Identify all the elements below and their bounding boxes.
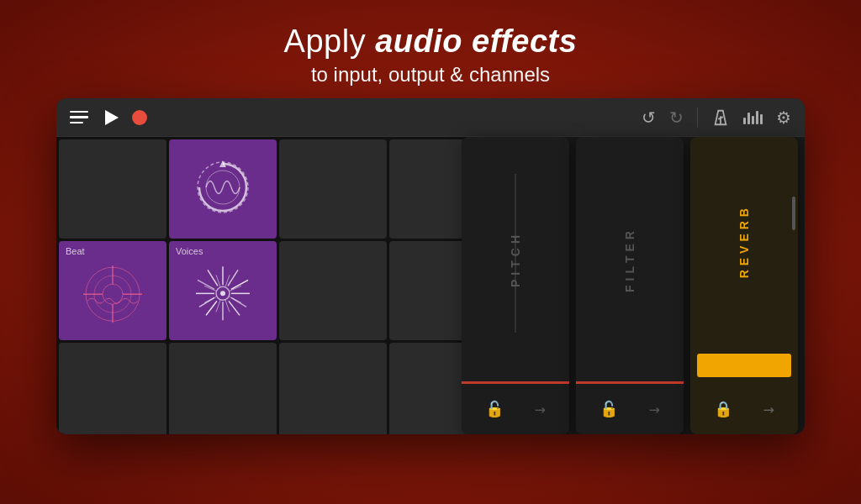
- pad-1[interactable]: [169, 139, 277, 239]
- app-container: ↺ ↻ ⚙: [56, 98, 805, 441]
- filter-label: FILTER: [623, 227, 637, 292]
- pad-grid: Beat: [56, 137, 499, 434]
- reverb-expand-icon[interactable]: ↗: [759, 400, 779, 419]
- pitch-footer: 🔓 ↗: [462, 384, 569, 434]
- pad-9[interactable]: [169, 343, 277, 434]
- header-bold: audio effects: [375, 24, 577, 59]
- voices-waveform-icon: [185, 258, 261, 328]
- filter-expand-icon[interactable]: ↗: [645, 400, 664, 419]
- pad-8[interactable]: [59, 343, 166, 434]
- hamburger-button[interactable]: [70, 111, 88, 124]
- voices-label: Voices: [176, 246, 203, 256]
- reverb-panel-body: REVERB: [690, 137, 798, 354]
- header-prefix: Apply: [284, 24, 376, 59]
- svg-line-30: [204, 297, 216, 302]
- main-window: ↺ ↻ ⚙: [56, 98, 805, 434]
- pad-0[interactable]: [59, 139, 166, 239]
- pitch-panel-body: PITCH: [462, 137, 569, 381]
- pad-6[interactable]: [279, 241, 387, 340]
- svg-point-34: [220, 291, 225, 296]
- hamburger-line3: [70, 122, 83, 124]
- pitch-label: PITCH: [509, 231, 522, 287]
- play-button[interactable]: [105, 110, 119, 125]
- pad-voices[interactable]: Voices: [169, 241, 277, 340]
- filter-lock-icon[interactable]: 🔓: [600, 400, 618, 418]
- filter-panel: FILTER 🔓 ↗: [576, 137, 684, 434]
- waveform-circle-icon: [189, 154, 256, 224]
- svg-line-18: [229, 301, 240, 315]
- pitch-expand-icon[interactable]: ↗: [531, 400, 550, 419]
- svg-line-14: [228, 270, 238, 286]
- effect-panels: PITCH 🔓 ↗ FILTER 🔓 ↗: [462, 98, 805, 434]
- svg-line-15: [231, 280, 248, 289]
- reverb-footer: 🔒 ↗: [690, 384, 798, 434]
- svg-line-24: [208, 270, 218, 286]
- header-section: Apply audio effects to input, output & c…: [0, 0, 861, 98]
- svg-line-27: [230, 297, 241, 302]
- reverb-label: REVERB: [737, 204, 751, 278]
- pad-beat[interactable]: Beat: [59, 241, 166, 340]
- reverb-lock-icon[interactable]: 🔒: [714, 400, 732, 418]
- filter-footer: 🔓 ↗: [576, 384, 684, 434]
- beat-crosshair-icon: [75, 259, 151, 329]
- beat-label: Beat: [66, 246, 85, 256]
- reverb-orange-bar: [697, 354, 791, 377]
- reverb-panel: REVERB 🔒 ↗: [690, 137, 798, 434]
- svg-line-23: [198, 280, 214, 289]
- svg-line-20: [206, 301, 217, 315]
- record-button[interactable]: [132, 110, 147, 125]
- pitch-panel: PITCH 🔓 ↗: [462, 137, 569, 434]
- filter-panel-body: FILTER: [576, 137, 684, 381]
- pad-10[interactable]: [279, 343, 387, 434]
- scroll-indicator: [792, 197, 795, 230]
- header-line2: to input, output & channels: [17, 63, 844, 87]
- pad-2[interactable]: [279, 139, 387, 239]
- pitch-lock-icon[interactable]: 🔓: [485, 400, 504, 418]
- header-line1: Apply audio effects: [17, 24, 844, 60]
- hamburger-line2: [70, 116, 88, 118]
- hamburger-line1: [70, 111, 88, 113]
